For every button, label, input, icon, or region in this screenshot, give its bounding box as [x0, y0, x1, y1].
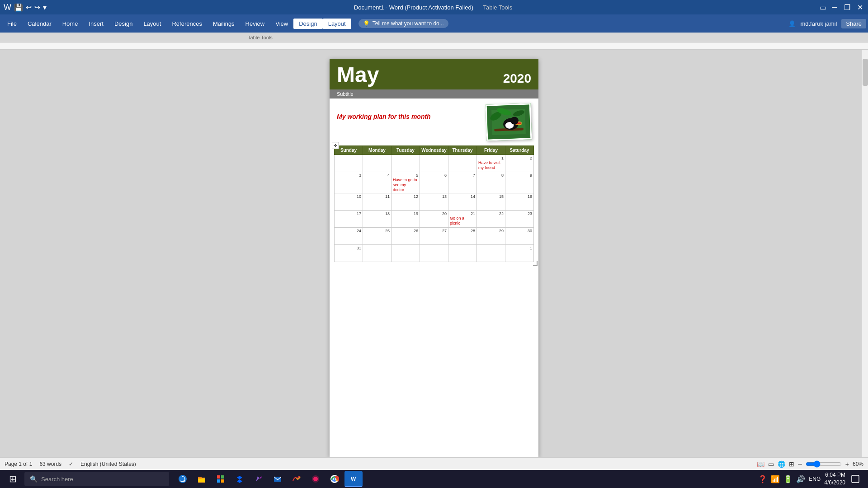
table-cell[interactable]: [420, 245, 448, 262]
zoom-slider[interactable]: [806, 460, 842, 468]
web-view-icon[interactable]: 🌐: [778, 460, 785, 468]
resize-handle[interactable]: [533, 261, 538, 266]
volume-icon[interactable]: 🔊: [796, 475, 805, 483]
table-cell[interactable]: [363, 245, 392, 262]
network-icon[interactable]: 📶: [771, 475, 780, 483]
table-cell[interactable]: 18: [363, 211, 392, 228]
menu-layout[interactable]: Layout: [138, 19, 166, 29]
table-cell[interactable]: 13: [420, 193, 448, 211]
taskbar-app-explorer[interactable]: [193, 471, 211, 487]
menu-references[interactable]: References: [166, 19, 207, 29]
table-cell-fri1[interactable]: 1 Have to visit my friend: [477, 155, 505, 172]
menu-file[interactable]: File: [2, 19, 22, 29]
taskbar-app-chrome[interactable]: [326, 471, 344, 487]
redo-icon[interactable]: ↩: [34, 3, 40, 12]
table-cell[interactable]: 24: [335, 228, 363, 245]
table-cell[interactable]: 7: [448, 172, 477, 193]
language-indicator[interactable]: ENG: [809, 476, 821, 482]
table-cell[interactable]: 28: [448, 228, 477, 245]
scrollbar[interactable]: [862, 50, 868, 457]
minimize-button[interactable]: ─: [830, 3, 839, 12]
table-cell[interactable]: 29: [477, 228, 505, 245]
table-cell[interactable]: 19: [392, 211, 420, 228]
battery-icon[interactable]: 🔋: [783, 475, 793, 483]
table-cell[interactable]: [335, 155, 363, 172]
print-layout-icon[interactable]: ▭: [768, 460, 774, 468]
table-cell[interactable]: 3: [335, 172, 363, 193]
clock[interactable]: 6:04 PM 4/6/2020: [824, 471, 845, 487]
menu-design[interactable]: Design: [109, 19, 138, 29]
save-icon[interactable]: 💾: [14, 3, 23, 12]
table-cell[interactable]: 20: [420, 211, 448, 228]
scroll-thumb[interactable]: [863, 59, 868, 86]
focus-mode-icon[interactable]: ⊞: [789, 460, 794, 468]
menu-insert[interactable]: Insert: [83, 19, 109, 29]
subtitle-text: Subtitle: [337, 91, 354, 97]
search-bar[interactable]: 🔍 Search here: [24, 472, 169, 486]
table-cell[interactable]: [420, 155, 448, 172]
taskbar-app-unknown[interactable]: [307, 471, 325, 487]
zoom-out-icon[interactable]: ─: [798, 461, 802, 467]
table-cell[interactable]: 12: [392, 193, 420, 211]
calendar-subtitle[interactable]: Subtitle: [330, 89, 538, 99]
menu-tt-layout[interactable]: Layout: [323, 19, 351, 29]
calendar-header: May 2020: [330, 59, 538, 89]
title-bar-left: W 💾 ↩ ↩ ▾: [4, 3, 47, 12]
table-cell[interactable]: 25: [363, 228, 392, 245]
menu-home[interactable]: Home: [57, 19, 84, 29]
taskbar-app-store[interactable]: [212, 471, 230, 487]
taskbar-app-matlab[interactable]: [288, 471, 306, 487]
table-cell[interactable]: [392, 245, 420, 262]
table-cell[interactable]: [448, 155, 477, 172]
menu-view[interactable]: View: [270, 19, 293, 29]
table-cell-last[interactable]: 1: [505, 245, 534, 262]
table-cell-sat1[interactable]: 2: [505, 155, 534, 172]
notification-button[interactable]: [849, 473, 862, 485]
table-cell[interactable]: 30: [505, 228, 534, 245]
taskbar-app-word[interactable]: W: [344, 471, 363, 487]
tell-me-box[interactable]: 💡 Tell me what you want to do...: [359, 19, 448, 28]
table-cell[interactable]: 10: [335, 193, 363, 211]
table-cell[interactable]: 23: [505, 211, 534, 228]
table-cell[interactable]: 11: [363, 193, 392, 211]
taskbar-app-dropbox[interactable]: [231, 471, 249, 487]
table-cell[interactable]: 27: [420, 228, 448, 245]
close-button[interactable]: ✕: [855, 3, 864, 12]
ribbon-icon[interactable]: ▭: [820, 3, 826, 12]
undo-icon[interactable]: ↩: [26, 3, 32, 12]
menu-calendar[interactable]: Calendar: [22, 19, 57, 29]
taskbar-app-mail[interactable]: [269, 471, 287, 487]
read-mode-icon[interactable]: 📖: [757, 460, 764, 468]
menu-mailings[interactable]: Mailings: [208, 19, 240, 29]
table-cell[interactable]: 17: [335, 211, 363, 228]
table-cell[interactable]: 14: [448, 193, 477, 211]
taskbar-app-edge[interactable]: [174, 471, 192, 487]
table-cell[interactable]: 4: [363, 172, 392, 193]
table-cell[interactable]: 16: [505, 193, 534, 211]
more-icon[interactable]: ▾: [43, 3, 47, 12]
table-cell[interactable]: 6: [420, 172, 448, 193]
menu-review[interactable]: Review: [240, 19, 270, 29]
table-cell[interactable]: [477, 245, 505, 262]
table-cell-tue5[interactable]: 5 Have to go to see my doctor: [392, 172, 420, 193]
table-cell[interactable]: [363, 155, 392, 172]
content-area[interactable]: May 2020 Subtitle My working plan for th…: [0, 50, 868, 457]
table-cell[interactable]: 9: [505, 172, 534, 193]
table-cell[interactable]: 8: [477, 172, 505, 193]
table-cell[interactable]: 15: [477, 193, 505, 211]
move-handle[interactable]: ✛: [332, 142, 339, 149]
taskbar-app-pen[interactable]: [250, 471, 268, 487]
table-cell[interactable]: 26: [392, 228, 420, 245]
table-cell[interactable]: 22: [477, 211, 505, 228]
table-cell-thu21[interactable]: 21 Go on a picnic: [448, 211, 477, 228]
zoom-in-icon[interactable]: +: [845, 460, 849, 468]
table-cell[interactable]: 31: [335, 245, 363, 262]
table-cell[interactable]: [448, 245, 477, 262]
restore-button[interactable]: ❐: [843, 3, 852, 12]
help-icon[interactable]: ❓: [758, 475, 767, 483]
table-cell[interactable]: [392, 155, 420, 172]
menu-tt-design[interactable]: Design: [293, 19, 322, 29]
start-button[interactable]: ⊞: [3, 471, 23, 487]
share-button[interactable]: Share: [841, 19, 866, 28]
spell-check-icon[interactable]: ✓: [69, 461, 73, 467]
